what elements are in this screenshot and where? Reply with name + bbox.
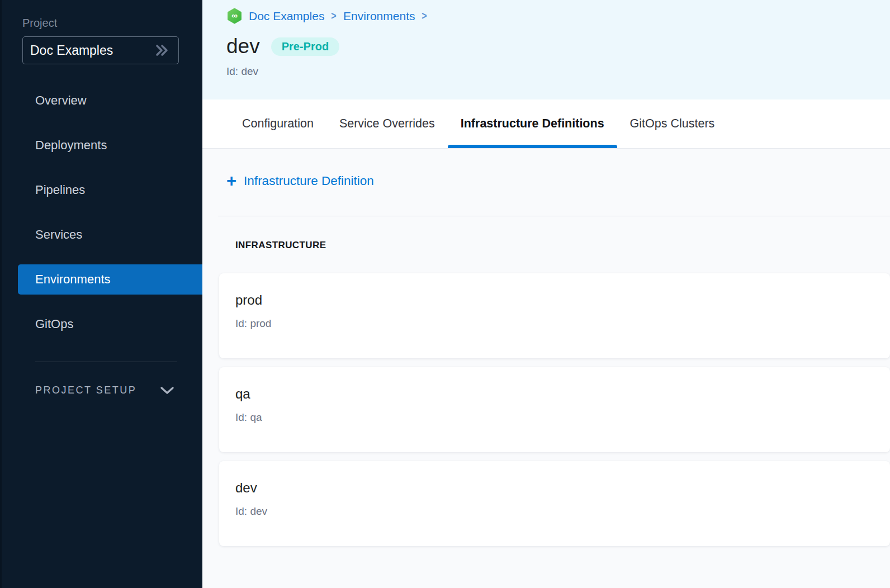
infrastructure-column-header: INFRASTRUCTURE [235, 240, 890, 252]
sidebar-item-label: Environments [35, 272, 111, 287]
infrastructure-card-qa[interactable]: qa Id: qa [219, 367, 890, 452]
main-panel: ∞ Doc Examples > Environments > dev Pre-… [202, 0, 890, 588]
sidebar-item-services[interactable]: Services [2, 220, 202, 250]
project-selector-value: Doc Examples [30, 43, 113, 58]
app-root: Project Doc Examples Overview Deployment… [0, 0, 890, 588]
sidebar-item-label: Deployments [35, 138, 107, 153]
project-setup-label: PROJECT SETUP [35, 385, 136, 396]
add-button-label: Infrastructure Definition [244, 174, 374, 188]
sidebar-item-gitops[interactable]: GitOps [2, 309, 202, 339]
sidebar-item-deployments[interactable]: Deployments [2, 130, 202, 160]
add-infrastructure-definition-button[interactable]: + Infrastructure Definition [226, 171, 374, 191]
breadcrumb-link-environments[interactable]: Environments [343, 10, 415, 23]
infrastructure-name: dev [235, 480, 890, 496]
tab-infrastructure-definitions[interactable]: Infrastructure Definitions [448, 99, 617, 148]
infrastructure-name: prod [235, 292, 890, 308]
sidebar-item-overview[interactable]: Overview [2, 86, 202, 116]
environment-id-text: Id: dev [226, 65, 890, 78]
tab-label: GitOps Clusters [630, 117, 715, 131]
plus-icon: + [226, 173, 236, 189]
tab-content: + Infrastructure Definition INFRASTRUCTU… [202, 149, 890, 588]
project-label: Project [22, 17, 202, 30]
infrastructure-name: qa [235, 386, 890, 402]
environment-header: ∞ Doc Examples > Environments > dev Pre-… [202, 0, 890, 99]
double-chevron-right-icon [154, 44, 171, 57]
tab-label: Configuration [242, 117, 314, 131]
project-sidebar: Project Doc Examples Overview Deployment… [0, 0, 202, 588]
sidebar-divider [35, 362, 177, 362]
sidebar-nav: Overview Deployments Pipelines Services … [2, 86, 202, 339]
sidebar-item-pipelines[interactable]: Pipelines [2, 175, 202, 205]
breadcrumb-separator-icon: > [422, 10, 427, 22]
tab-service-overrides[interactable]: Service Overrides [326, 99, 448, 148]
breadcrumb-link-project[interactable]: Doc Examples [249, 10, 324, 23]
tab-label: Infrastructure Definitions [461, 117, 604, 131]
infrastructure-card-prod[interactable]: prod Id: prod [219, 273, 890, 358]
sidebar-item-label: Services [35, 227, 82, 242]
tab-bar: Configuration Service Overrides Infrastr… [202, 99, 890, 149]
infrastructure-card-dev[interactable]: dev Id: dev [219, 461, 890, 546]
infrastructure-id: Id: dev [235, 505, 890, 518]
environments-hexagon-infinity-icon: ∞ [226, 8, 243, 24]
tab-gitops-clusters[interactable]: GitOps Clusters [617, 99, 728, 148]
chevron-down-icon [160, 386, 174, 395]
breadcrumb-separator-icon: > [332, 10, 337, 22]
tab-configuration[interactable]: Configuration [229, 99, 326, 148]
content-divider [218, 216, 890, 216]
project-selector[interactable]: Doc Examples [22, 36, 179, 64]
page-title: dev [226, 35, 260, 58]
infrastructure-id: Id: qa [235, 411, 890, 424]
sidebar-item-label: GitOps [35, 317, 73, 331]
svg-text:∞: ∞ [231, 11, 238, 20]
infrastructure-id: Id: prod [235, 317, 890, 330]
breadcrumb: ∞ Doc Examples > Environments > [226, 8, 890, 24]
project-setup-toggle[interactable]: PROJECT SETUP [35, 385, 174, 396]
sidebar-item-label: Pipelines [35, 183, 85, 197]
sidebar-item-environments[interactable]: Environments [18, 264, 202, 295]
tab-label: Service Overrides [339, 117, 435, 131]
title-row: dev Pre-Prod [226, 35, 890, 58]
sidebar-item-label: Overview [35, 93, 87, 108]
environment-type-badge: Pre-Prod [271, 37, 339, 56]
